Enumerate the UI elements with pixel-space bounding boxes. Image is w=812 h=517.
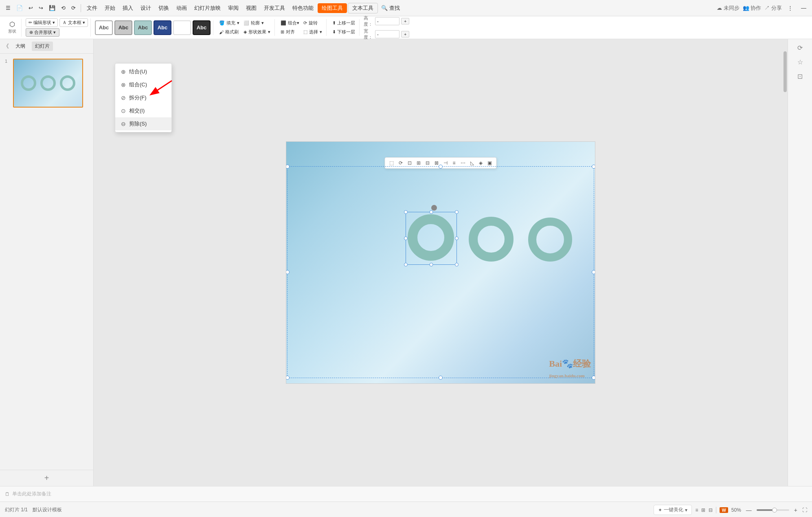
hamburger-icon[interactable]: ☰ — [3, 3, 13, 13]
menu-view[interactable]: 视图 — [243, 3, 260, 13]
collab-btn[interactable]: 👥 协作 — [743, 4, 762, 12]
ft-btn-2[interactable]: ⟳ — [397, 159, 405, 167]
handle-bm[interactable] — [439, 376, 443, 380]
panel-collapse-btn[interactable]: 《 — [3, 43, 9, 50]
ft-btn-12[interactable]: ▣ — [485, 159, 494, 167]
width-up[interactable]: + — [401, 31, 409, 37]
file-icon[interactable]: 📄 — [14, 3, 25, 13]
menu-draw-tool[interactable]: 绘图工具 — [318, 3, 347, 13]
zoom-slider[interactable] — [757, 509, 789, 511]
share-btn[interactable]: ↗ 分享 — [764, 4, 782, 12]
menu-start[interactable]: 开始 — [101, 3, 119, 13]
ring-3[interactable] — [528, 218, 572, 262]
rotate-btn[interactable]: ⟳ 旋转 — [302, 19, 324, 27]
align-btn[interactable]: ⊞ 对齐 — [279, 28, 301, 36]
menu-split[interactable]: ⊘ 拆分(F) — [115, 91, 171, 104]
menu-combine[interactable]: ⊕ 结合(U) — [115, 65, 171, 78]
add-slide-btn[interactable]: + — [44, 473, 49, 483]
ft-btn-7[interactable]: ⊣ — [441, 159, 450, 167]
beauty-btn[interactable]: ✦ 一键美化 ▾ — [654, 505, 692, 515]
sel-handle-ml[interactable] — [404, 237, 408, 240]
save-icon[interactable]: 💾 — [46, 3, 58, 13]
menu-text-tool[interactable]: 文本工具 — [348, 3, 378, 13]
v-scrollbar-thumb[interactable] — [783, 51, 787, 92]
menu-transition[interactable]: 切换 — [155, 3, 172, 13]
height-up[interactable]: + — [401, 18, 409, 24]
outline-btn[interactable]: ⬜ 轮廓 ▾ — [242, 19, 272, 27]
menu-design[interactable]: 设计 — [137, 3, 154, 13]
style-btn-white[interactable] — [173, 20, 191, 35]
ft-btn-3[interactable]: ⊡ — [406, 159, 414, 167]
rotation-handle[interactable] — [431, 205, 437, 211]
sel-handle-mr[interactable] — [455, 237, 459, 240]
menu-dev[interactable]: 开发工具 — [261, 3, 288, 13]
slide-item-1[interactable]: 1 — [3, 57, 90, 109]
ft-btn-4[interactable]: ⊞ — [415, 159, 423, 167]
right-panel-btn-2[interactable]: ☆ — [796, 57, 805, 68]
handle-tl[interactable] — [286, 165, 290, 169]
fullscreen-btn[interactable]: ⛶ — [802, 507, 807, 513]
menu-review[interactable]: 审阅 — [225, 3, 242, 13]
edit-shape-btn[interactable]: ✏ 编辑形状 ▾ — [26, 18, 58, 27]
right-panel-btn-3[interactable]: ⊡ — [796, 71, 804, 82]
canvas-area[interactable]: ⬚ ⟳ ⊡ ⊞ ⊟ ⊠ ⊣ ≡ ⋯ ◺ ◈ ▣ — [94, 39, 788, 486]
handle-mr[interactable] — [592, 270, 595, 274]
notes-placeholder[interactable]: 单击此处添加备注 — [12, 491, 51, 497]
menu-group[interactable]: ⊗ 组合(C) — [115, 78, 171, 91]
right-panel-btn-1[interactable]: ⟳ — [796, 42, 804, 53]
style-btn-outline[interactable]: Abc — [95, 20, 113, 35]
view-grid-btn[interactable]: ⊞ — [701, 507, 705, 513]
width-input[interactable] — [375, 30, 399, 38]
handle-br[interactable] — [592, 376, 595, 380]
undo-icon[interactable]: ↩ — [26, 3, 35, 13]
ft-btn-8[interactable]: ≡ — [450, 159, 457, 167]
menu-animation[interactable]: 动画 — [173, 3, 190, 13]
move-up-btn[interactable]: ⬆ 上移一层 — [331, 19, 357, 27]
handle-tm[interactable] — [439, 165, 443, 169]
style-btn-gray[interactable]: Abc — [114, 20, 132, 35]
ring-1[interactable] — [408, 214, 454, 261]
zoom-in-btn[interactable]: + — [792, 506, 799, 514]
effect-btn[interactable]: ◈ 形状效果 ▾ — [242, 28, 272, 36]
menu-insert[interactable]: 插入 — [119, 3, 136, 13]
move-down-btn[interactable]: ⬇ 下移一层 — [331, 28, 357, 36]
ft-btn-1[interactable]: ⬚ — [387, 159, 396, 167]
menu-slideshow[interactable]: 幻灯片放映 — [191, 3, 224, 13]
menu-file[interactable]: 文件 — [83, 3, 101, 13]
redo2-icon[interactable]: ⟳ — [69, 3, 78, 13]
menu-special[interactable]: 特色功能 — [289, 3, 317, 13]
ft-btn-11[interactable]: ◈ — [477, 159, 485, 167]
handle-bl[interactable] — [286, 376, 290, 380]
sel-handle-bm[interactable] — [430, 263, 433, 266]
style-btn-darkblue[interactable]: Abc — [154, 20, 171, 35]
redo-icon[interactable]: ↪ — [36, 3, 46, 13]
slide-canvas[interactable]: ⬚ ⟳ ⊡ ⊞ ⊟ ⊠ ⊣ ≡ ⋯ ◺ ◈ ▣ — [286, 141, 595, 384]
fill-btn[interactable]: 🪣 填充 ▾ — [217, 19, 241, 27]
style-btn-black[interactable]: Abc — [193, 20, 211, 35]
tab-slides[interactable]: 幻灯片 — [32, 42, 53, 51]
textbox-btn[interactable]: Ａ 文本框 ▾ — [59, 18, 88, 27]
slide-thumb-1[interactable] — [13, 59, 83, 108]
view-normal-btn[interactable]: ≡ — [695, 507, 698, 513]
sel-handle-bl[interactable] — [404, 263, 408, 266]
ft-btn-5[interactable]: ⊟ — [424, 159, 432, 167]
sel-handle-tm[interactable] — [430, 210, 433, 214]
view-notes-btn[interactable]: ⊟ — [709, 507, 713, 513]
v-scrollbar[interactable] — [783, 39, 788, 470]
zoom-out-btn[interactable]: — — [744, 506, 753, 514]
handle-tr[interactable] — [592, 165, 595, 169]
height-input[interactable] — [375, 17, 399, 25]
tab-outline[interactable]: 大纲 — [12, 42, 29, 51]
ft-btn-9[interactable]: ⋯ — [459, 159, 467, 167]
minimize-btn[interactable]: — — [799, 3, 809, 13]
sel-handle-tl[interactable] — [404, 210, 408, 214]
style-btn-teal[interactable]: Abc — [134, 20, 152, 35]
handle-ml[interactable] — [286, 270, 290, 274]
select-btn[interactable]: ⬚ 选择 ▾ — [302, 28, 324, 36]
combine-btn[interactable]: ⬛ 组合▾ — [279, 19, 301, 27]
search-icon[interactable]: 🔍 查找 — [379, 3, 402, 13]
zoom-slider-thumb[interactable] — [772, 508, 777, 513]
undo2-icon[interactable]: ⟲ — [59, 3, 68, 13]
menu-intersect[interactable]: ⊙ 相交(I) — [115, 104, 171, 117]
sel-handle-br[interactable] — [455, 263, 459, 266]
